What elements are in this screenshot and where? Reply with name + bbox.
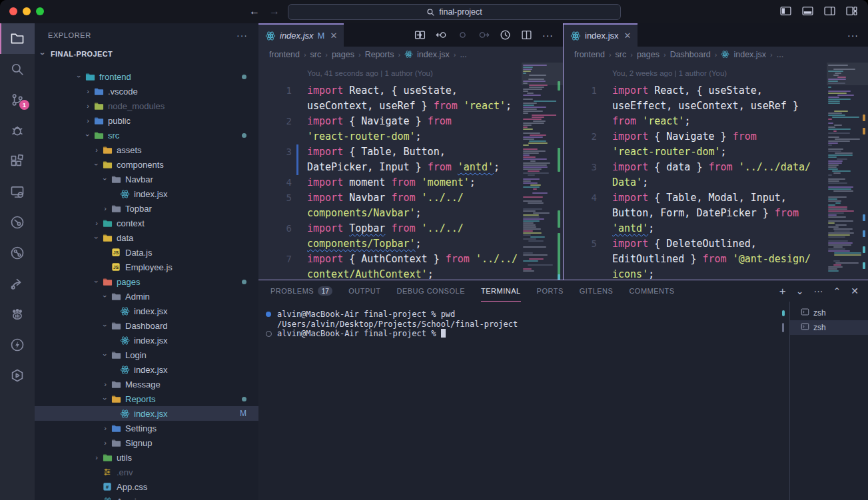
tree-folder-public[interactable]: ›public (35, 113, 258, 128)
more-actions-icon[interactable]: ··· (847, 30, 859, 41)
panel-tab-comments[interactable]: COMMENTS (629, 280, 674, 302)
tree-file-employee-js[interactable]: JSEmployee.js (35, 260, 258, 274)
tab-index-jsx-reports[interactable]: index.jsx M ✕ (258, 23, 344, 47)
activity-item-live-share[interactable] (0, 207, 35, 238)
minimize-window-button[interactable] (23, 7, 31, 15)
toggle-panel-icon[interactable] (802, 5, 813, 17)
breadcrumb-item[interactable]: index.jsx (733, 50, 766, 59)
minimap[interactable] (828, 63, 861, 280)
panel-tab-ports[interactable]: PORTS (537, 280, 564, 302)
tree-folder-reports[interactable]: ›Reports (35, 391, 258, 406)
panel-tab-output[interactable]: OUTPUT (348, 280, 380, 302)
breadcrumb-symbol-tail[interactable]: ... (777, 50, 783, 59)
tree-file-index-jsx[interactable]: index.jsx (35, 304, 258, 318)
tree-file-data-js[interactable]: JSData.js (35, 245, 258, 260)
navigate-back-icon[interactable]: ← (249, 5, 260, 18)
code-editor-dashboard[interactable]: You, 2 weeks ago | 1 author (You) 1impor… (564, 63, 868, 280)
explorer-more-actions-icon[interactable]: ··· (236, 30, 248, 41)
activity-item-share[interactable] (0, 268, 35, 299)
next-change-alt-icon[interactable] (478, 29, 490, 41)
activity-item-thunder-client[interactable] (0, 330, 35, 360)
open-changes-icon[interactable] (414, 29, 426, 41)
terminal[interactable]: alvin@MacBook-Air final-project % pwd/Us… (258, 302, 789, 500)
split-editor-icon[interactable] (521, 29, 532, 41)
breadcrumb-item[interactable]: pages (332, 50, 354, 59)
line-number: 5 (258, 190, 292, 206)
tree-file-index-jsx[interactable]: index.jsx (35, 186, 258, 201)
activity-item-hexagon-play[interactable] (0, 360, 35, 391)
tree-folder-data[interactable]: ›data (35, 230, 258, 245)
code-editor-reports[interactable]: You, 41 seconds ago | 1 author (You) 1im… (258, 63, 563, 280)
activity-item-search[interactable] (0, 54, 35, 85)
activity-item-copilot-paw[interactable] (0, 299, 35, 330)
tree-folder-admin[interactable]: ›Admin (35, 289, 258, 304)
breadcrumb-item[interactable]: frontend (269, 50, 300, 59)
tree-folder-message[interactable]: ›Message (35, 377, 258, 391)
breadcrumb-item[interactable]: Reports (365, 50, 394, 59)
scrollbar[interactable] (827, 63, 868, 85)
file-history-icon[interactable] (500, 29, 511, 41)
more-actions-icon[interactable]: ··· (814, 286, 823, 296)
launch-profile-dropdown-icon[interactable]: ⌄ (796, 286, 804, 296)
activity-item-extensions[interactable] (0, 146, 35, 176)
close-icon[interactable]: ✕ (330, 31, 337, 41)
scrollbar[interactable] (522, 63, 563, 85)
tree-folder-topbar[interactable]: ›Topbar (35, 201, 258, 216)
toggle-primary-sidebar-icon[interactable] (780, 5, 791, 17)
activity-item-explorer[interactable] (0, 23, 35, 54)
project-root-header[interactable]: › FINAL-PROJECT (35, 47, 258, 61)
tree-file--env[interactable]: .env (35, 465, 258, 479)
maximize-panel-icon[interactable]: ⌃ (833, 286, 841, 296)
customize-layout-icon[interactable] (846, 5, 857, 17)
breadcrumb-item[interactable]: Dashboard (670, 50, 711, 59)
tree-file-app-jsx[interactable]: App.jsx (35, 494, 258, 500)
breadcrumb-item[interactable]: src (310, 50, 322, 59)
activity-item-remote-explorer[interactable] (0, 176, 35, 207)
tab-index-jsx-dashboard[interactable]: index.jsx ✕ (564, 23, 638, 47)
tree-folder-context[interactable]: ›context (35, 216, 258, 230)
toggle-secondary-sidebar-icon[interactable] (824, 5, 835, 17)
terminal-instance-zsh[interactable]: zsh (790, 306, 868, 320)
close-panel-icon[interactable]: ✕ (851, 286, 859, 296)
close-window-button[interactable] (9, 7, 17, 15)
panel-tab-debug-console[interactable]: DEBUG CONSOLE (397, 280, 465, 302)
breadcrumb-item[interactable]: src (616, 50, 627, 59)
activity-item-run-and-debug[interactable] (0, 115, 35, 146)
minimap[interactable] (523, 63, 556, 280)
tree-folder-settings[interactable]: ›Settings (35, 421, 258, 435)
tree-folder-components[interactable]: ›components (35, 157, 258, 172)
panel-tab-gitlens[interactable]: GITLENS (580, 280, 614, 302)
breadcrumb-symbol-tail[interactable]: ... (460, 50, 466, 59)
breadcrumb-item[interactable]: pages (637, 50, 659, 59)
next-change-icon[interactable] (457, 29, 468, 41)
tree-folder-login[interactable]: ›Login (35, 348, 258, 362)
activity-item-gitlens[interactable] (0, 238, 35, 268)
tree-folder-src[interactable]: ›src (35, 128, 258, 142)
navigate-forward-icon[interactable]: → (269, 5, 280, 18)
tree-folder-dashboard[interactable]: ›Dashboard (35, 318, 258, 333)
tree-file-index-jsx[interactable]: index.jsx (35, 362, 258, 377)
tree-folder-signup[interactable]: ›Signup (35, 435, 258, 450)
tree-folder-pages[interactable]: ›pages (35, 274, 258, 289)
command-center-search[interactable]: final-project (288, 4, 621, 20)
terminal-instance-zsh[interactable]: zsh (790, 320, 868, 335)
tree-folder-node-modules[interactable]: ›node_modules (35, 99, 258, 113)
tree-folder-assets[interactable]: ›assets (35, 142, 258, 157)
new-terminal-icon[interactable]: + (779, 286, 786, 297)
breadcrumb-item[interactable]: frontend (574, 50, 605, 59)
tree-file-index-jsx[interactable]: index.jsx (35, 333, 258, 348)
breadcrumb-item[interactable]: index.jsx (417, 50, 450, 59)
tree-folder--vscode[interactable]: ›.vscode (35, 84, 258, 99)
activity-item-source-control[interactable]: 1 (0, 85, 35, 115)
tree-folder-frontend[interactable]: ›frontend (35, 69, 258, 84)
tree-folder-navbar[interactable]: ›Navbar (35, 172, 258, 186)
tree-file-index-jsx[interactable]: index.jsxM (35, 406, 258, 421)
tree-folder-utils[interactable]: ›utils (35, 450, 258, 465)
zoom-window-button[interactable] (36, 7, 44, 15)
more-actions-icon[interactable]: ··· (542, 30, 554, 41)
previous-change-icon[interactable] (436, 29, 447, 41)
panel-tab-problems[interactable]: PROBLEMS17 (270, 280, 332, 302)
tree-file-app-css[interactable]: #App.css (35, 479, 258, 494)
panel-tab-terminal[interactable]: TERMINAL (481, 280, 521, 302)
close-icon[interactable]: ✕ (624, 31, 632, 41)
